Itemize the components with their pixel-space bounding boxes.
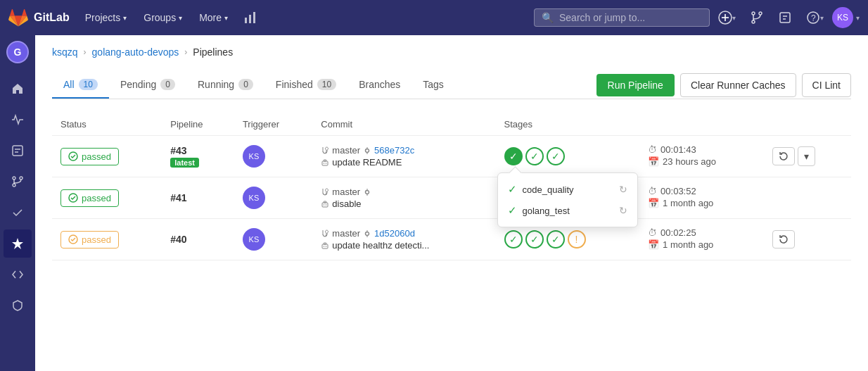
- robot-icon: [321, 200, 329, 208]
- chevron-down-icon: ▾: [123, 14, 127, 22]
- commit-hash-link[interactable]: 568e732c: [374, 145, 414, 156]
- svg-rect-2: [253, 12, 255, 23]
- left-sidebar: G: [0, 35, 35, 371]
- svg-point-18: [13, 177, 15, 180]
- svg-point-19: [13, 184, 15, 187]
- create-new-icon[interactable]: ▾: [713, 6, 741, 29]
- analytics-icon[interactable]: [238, 6, 263, 29]
- pipeline-id: #41: [170, 192, 226, 203]
- pipelines-table: Status Pipeline Triggerer Commit Stages: [52, 113, 851, 260]
- clear-caches-button[interactable]: Clear Runner Caches: [680, 73, 796, 97]
- search-bar[interactable]: 🔍: [534, 8, 710, 27]
- latest-badge: latest: [170, 158, 199, 168]
- tab-branches[interactable]: Branches: [347, 72, 411, 99]
- top-navigation: GitLab Projects ▾ Groups ▾ More ▾ 🔍 ▾: [0, 0, 868, 35]
- stage-popup: ✓ code_quality ↻ ✓ golang_test: [497, 172, 638, 227]
- stage-check-2[interactable]: ✓: [525, 147, 544, 165]
- branch-icon: [321, 229, 329, 238]
- commit-hash-link[interactable]: 1d52060d: [374, 228, 415, 239]
- retry-pipeline-button[interactable]: [772, 147, 795, 165]
- sidebar-user-avatar[interactable]: G: [6, 41, 29, 63]
- run-pipeline-button[interactable]: Run Pipeline: [596, 74, 675, 96]
- breadcrumb-separator-2: ›: [184, 47, 187, 57]
- sidebar-item-home[interactable]: [4, 75, 32, 103]
- col-commit: Commit: [312, 113, 495, 136]
- user-avatar[interactable]: KS: [832, 7, 853, 28]
- triggerer-avatar: KS: [243, 228, 265, 251]
- popup-retry-icon-2[interactable]: ↻: [619, 205, 627, 216]
- branch-icon: [321, 188, 329, 196]
- stage-check-2[interactable]: ✓: [525, 230, 544, 249]
- tab-all[interactable]: All 10: [52, 72, 109, 99]
- table-row: passed #40 KS master 1d520: [52, 219, 851, 260]
- tab-running[interactable]: Running 0: [186, 72, 264, 99]
- breadcrumb-repo[interactable]: golang-auto-devops: [92, 46, 179, 58]
- svg-text:?: ?: [811, 13, 816, 23]
- sidebar-item-merge-requests[interactable]: [4, 168, 32, 196]
- tab-tags[interactable]: Tags: [411, 72, 455, 99]
- clock-icon: ⏱: [648, 227, 657, 238]
- svg-rect-15: [13, 146, 23, 156]
- stage-check-1[interactable]: ✓: [504, 147, 523, 165]
- sidebar-item-activity[interactable]: [4, 106, 32, 134]
- nav-projects[interactable]: Projects ▾: [78, 8, 134, 27]
- tabs-row: All 10 Pending 0 Running 0 Finished 10 B…: [52, 72, 851, 99]
- main-content: ksqzq › golang-auto-devops › Pipelines A…: [35, 35, 868, 371]
- nav-more[interactable]: More ▾: [192, 8, 235, 27]
- col-pipeline: Pipeline: [162, 113, 234, 136]
- table-row: passed #41 KS master: [52, 177, 851, 219]
- svg-point-39: [366, 232, 369, 235]
- svg-point-6: [752, 12, 755, 15]
- commit-message: disable: [321, 199, 487, 209]
- svg-rect-35: [324, 201, 326, 203]
- pipeline-id: #43: [170, 145, 226, 156]
- stage-popup-container: ✓ ✓ code_quality ↻: [504, 147, 523, 165]
- popup-check-icon-2: ✓: [508, 204, 517, 217]
- col-status: Status: [52, 113, 162, 136]
- tab-all-count: 10: [79, 79, 98, 90]
- pipeline-actions-dropdown[interactable]: ▾: [798, 146, 815, 166]
- retry-icon: [779, 234, 789, 244]
- stage-check-3[interactable]: ✓: [547, 230, 565, 249]
- breadcrumb-ksqzq[interactable]: ksqzq: [52, 46, 78, 58]
- sidebar-item-security[interactable]: [4, 291, 32, 320]
- svg-point-28: [324, 163, 325, 164]
- time-cell: ⏱ 00:01:43 📅 23 hours ago: [648, 144, 755, 167]
- pipeline-id: #40: [170, 234, 226, 245]
- sidebar-item-todo[interactable]: [4, 199, 32, 227]
- commit-ref: master: [321, 187, 487, 197]
- chevron-down-icon: ▾: [179, 14, 182, 22]
- robot-icon: [321, 158, 329, 167]
- check-circle-icon: [68, 151, 78, 161]
- retry-pipeline-button[interactable]: [772, 230, 795, 249]
- sidebar-item-snippets[interactable]: [4, 260, 32, 289]
- calendar-icon: 📅: [648, 198, 659, 208]
- stage-check-warning[interactable]: !: [568, 230, 586, 249]
- actions-cell: ▾: [772, 146, 843, 166]
- tab-pending[interactable]: Pending 0: [109, 72, 186, 99]
- help-icon[interactable]: ? ▾: [800, 6, 829, 29]
- gitlab-logo[interactable]: GitLab: [8, 8, 70, 27]
- svg-point-37: [326, 204, 327, 206]
- stage-check-1[interactable]: ✓: [504, 230, 523, 249]
- popup-retry-icon[interactable]: ↻: [619, 184, 627, 195]
- nav-groups[interactable]: Groups ▾: [136, 8, 189, 27]
- search-input[interactable]: [559, 12, 702, 23]
- tab-finished[interactable]: Finished 10: [264, 72, 347, 99]
- todo-icon[interactable]: [772, 6, 798, 29]
- clock-icon: ⏱: [648, 186, 657, 196]
- col-triggerer: Triggerer: [234, 113, 312, 136]
- svg-rect-0: [245, 18, 247, 23]
- chevron-down-icon: ▾: [224, 14, 228, 22]
- sidebar-item-pipelines[interactable]: [4, 229, 32, 258]
- avatar-chevron[interactable]: ▾: [856, 14, 860, 22]
- svg-rect-26: [322, 161, 328, 165]
- merge-requests-icon[interactable]: [744, 6, 770, 29]
- svg-rect-27: [324, 160, 326, 161]
- ci-lint-button[interactable]: CI Lint: [802, 73, 851, 97]
- check-circle-icon: [68, 193, 78, 203]
- sidebar-item-issues[interactable]: [4, 137, 32, 165]
- stage-check-3[interactable]: ✓: [547, 147, 565, 165]
- commit-ref: master 1d52060d: [321, 228, 487, 239]
- col-stages: Stages: [496, 113, 640, 136]
